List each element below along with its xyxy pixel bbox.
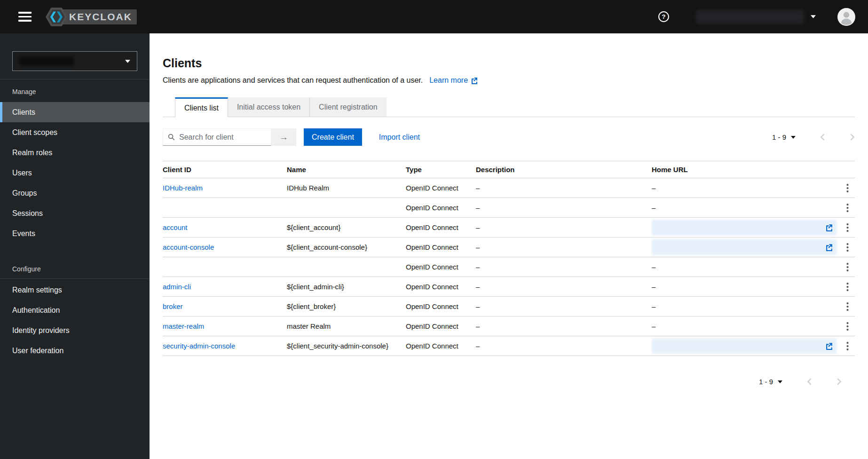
external-link-icon <box>825 223 833 231</box>
cell-type: OpenID Connect <box>406 263 476 271</box>
sidebar-item-user-federation[interactable]: User federation <box>0 340 150 361</box>
tab-client-registration[interactable]: Client registration <box>310 97 387 117</box>
cell-home-url <box>652 239 840 255</box>
client-id-link[interactable]: master-realm <box>163 322 204 330</box>
cell-name: ${client_account-console} <box>287 243 406 251</box>
external-link-icon <box>471 77 478 84</box>
keycloak-logo: KEYCLOAK <box>46 8 137 26</box>
client-id-link[interactable]: admin-cli <box>163 283 191 291</box>
kebab-icon <box>846 203 849 213</box>
user-menu-toggle[interactable] <box>696 10 816 24</box>
brand-text: KEYCLOAK <box>61 9 137 24</box>
client-id-link[interactable]: account-console <box>163 243 214 251</box>
client-id-link[interactable]: broker <box>163 302 183 310</box>
column-header-description: Description <box>476 166 652 174</box>
cell-home-url: – <box>652 184 840 192</box>
row-kebab-menu-button[interactable] <box>843 182 852 195</box>
learn-more-link[interactable]: Learn more <box>429 75 478 86</box>
sidebar-item-authentication[interactable]: Authentication <box>0 300 150 320</box>
cell-client-id: security-admin-console <box>163 342 287 350</box>
client-id-link[interactable]: IDHub-realm <box>163 184 203 192</box>
kebab-icon <box>846 302 849 311</box>
pagination-menu-toggle[interactable]: 1 - 9 <box>772 133 796 141</box>
masthead: KEYCLOAK ? <box>0 0 868 33</box>
sidebar-item-events[interactable]: Events <box>0 223 150 244</box>
cell-home-url: – <box>652 263 840 271</box>
pagination-prev-button[interactable] <box>807 378 812 385</box>
sidebar-item-identity-providers[interactable]: Identity providers <box>0 320 150 340</box>
sidebar-item-realm-roles[interactable]: Realm roles <box>0 142 150 163</box>
sidebar-item-users[interactable]: Users <box>0 163 150 183</box>
help-icon[interactable]: ? <box>658 11 670 23</box>
row-kebab-menu-button[interactable] <box>843 300 852 313</box>
cell-description: – <box>476 204 652 212</box>
home-url-external-link[interactable] <box>825 243 833 251</box>
cell-home-url: – <box>652 283 840 291</box>
client-id-link[interactable]: security-admin-console <box>163 342 235 350</box>
pagination-prev-button[interactable] <box>820 134 825 141</box>
redacted-home-url <box>652 239 836 255</box>
keycloak-hexagon-icon <box>46 8 67 26</box>
column-header-name: Name <box>287 166 406 174</box>
search-input[interactable] <box>179 133 266 142</box>
avatar[interactable] <box>837 8 855 26</box>
pagination-top: 1 - 9 <box>772 133 855 141</box>
caret-down-icon <box>125 60 130 63</box>
cell-client-id: broker <box>163 302 287 310</box>
cell-home-url: – <box>652 302 840 310</box>
sidebar-item-client-scopes[interactable]: Client scopes <box>0 122 150 142</box>
chevron-right-icon <box>850 134 855 141</box>
row-kebab-menu-button[interactable] <box>843 221 852 234</box>
chevron-left-icon <box>820 134 825 141</box>
main-content: Clients Clients are applications and ser… <box>150 33 868 459</box>
kebab-icon <box>846 183 849 193</box>
pagination-menu-toggle[interactable]: 1 - 9 <box>759 378 782 386</box>
clients-table: Client IDNameTypeDescriptionHome URLIDHu… <box>163 161 855 356</box>
cell-name: master Realm <box>287 322 406 330</box>
cell-description: – <box>476 302 652 310</box>
row-kebab-menu-button[interactable] <box>843 201 852 214</box>
realm-name-redacted <box>19 57 74 65</box>
nav-toggle-button[interactable] <box>18 12 32 22</box>
cell-name: IDHub Realm <box>287 184 406 192</box>
table-row: admin-cli${client_admin-cli}OpenID Conne… <box>163 277 855 297</box>
caret-down-icon <box>811 15 816 18</box>
page-description: Clients are applications and services th… <box>163 75 423 86</box>
realm-selector[interactable] <box>12 51 137 71</box>
row-kebab-menu-button[interactable] <box>843 340 852 353</box>
row-kebab-menu-button[interactable] <box>843 280 852 293</box>
home-url-external-link[interactable] <box>825 342 833 350</box>
row-kebab-menu-button[interactable] <box>843 320 852 333</box>
import-client-link[interactable]: Import client <box>379 133 420 142</box>
cell-description: – <box>476 223 652 231</box>
pagination-next-button[interactable] <box>836 378 842 385</box>
search-icon <box>168 133 175 141</box>
create-client-button[interactable]: Create client <box>304 128 362 146</box>
client-id-link[interactable]: account <box>163 223 188 231</box>
pagination-next-button[interactable] <box>850 134 855 141</box>
redacted-home-url <box>652 220 836 236</box>
nav-section-title: Manage <box>0 79 150 102</box>
tab-clients-list[interactable]: Clients list <box>175 97 228 117</box>
cell-type: OpenID Connect <box>406 223 476 231</box>
sidebar-item-realm-settings[interactable]: Realm settings <box>0 280 150 300</box>
column-header-type: Type <box>406 166 476 174</box>
search-submit-button[interactable]: → <box>271 128 296 146</box>
cell-client-id: account <box>163 223 287 231</box>
home-url-external-link[interactable] <box>825 223 833 231</box>
row-kebab-menu-button[interactable] <box>843 241 852 254</box>
row-kebab-menu-button[interactable] <box>843 261 852 274</box>
table-row: broker${client_broker}OpenID Connect–– <box>163 297 855 317</box>
sidebar-item-sessions[interactable]: Sessions <box>0 203 150 223</box>
column-header-home-url: Home URL <box>652 166 840 174</box>
cell-type: OpenID Connect <box>406 342 476 350</box>
tab-initial-access-token[interactable]: Initial access token <box>228 97 310 117</box>
sidebar-item-groups[interactable]: Groups <box>0 183 150 203</box>
sidebar-item-clients[interactable]: Clients <box>0 102 150 122</box>
cell-type: OpenID Connect <box>406 184 476 192</box>
table-row: OpenID Connect–– <box>163 257 855 277</box>
kebab-icon <box>846 262 849 272</box>
cell-description: – <box>476 263 652 271</box>
svg-text:?: ? <box>662 13 665 20</box>
kebab-icon <box>846 341 849 351</box>
